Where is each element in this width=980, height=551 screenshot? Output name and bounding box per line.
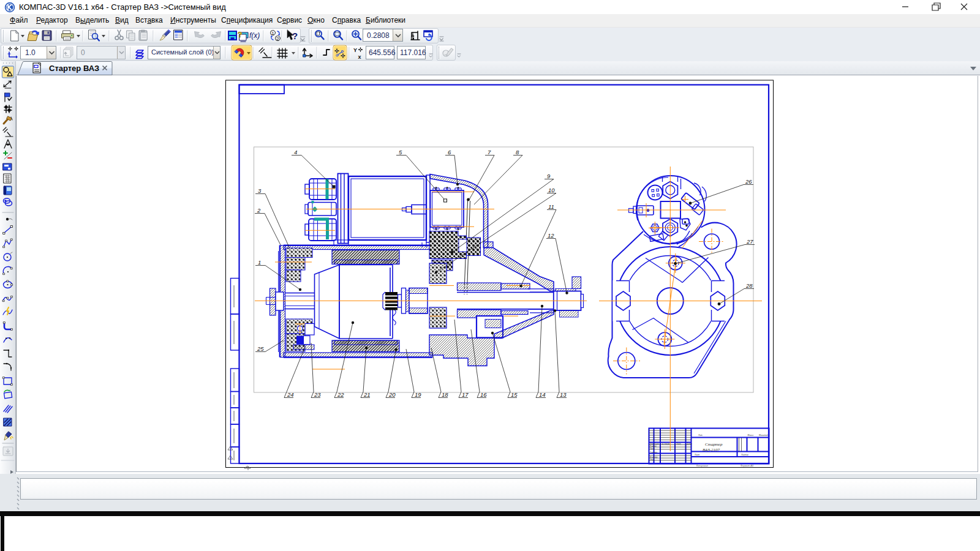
svg-text:14: 14 (539, 391, 546, 398)
svg-text:20: 20 (388, 391, 396, 398)
svg-text:Подп.: Подп. (676, 443, 682, 445)
svg-text:№ докум.: № докум. (662, 443, 670, 445)
svg-text:24: 24 (287, 391, 294, 398)
svg-text:4: 4 (294, 149, 297, 156)
svg-text:13: 13 (560, 391, 567, 398)
svg-text:27: 27 (746, 238, 753, 245)
svg-text:Масштаб: Масштаб (759, 434, 768, 437)
svg-text:23: 23 (314, 391, 321, 398)
svg-text:16: 16 (480, 391, 487, 398)
svg-text:Дата: Дата (686, 443, 692, 445)
svg-text:2: 2 (276, 36, 279, 42)
svg-text:3: 3 (258, 187, 262, 194)
svg-text:ВАЗ-2107: ВАЗ-2107 (703, 448, 720, 452)
svg-text:1: 1 (271, 31, 274, 36)
svg-text:Формат А3: Формат А3 (741, 465, 754, 467)
svg-text:Пров.: Пров. (650, 448, 655, 450)
svg-text:Лит.: Лит. (698, 434, 703, 437)
svg-text:9: 9 (547, 173, 551, 179)
svg-text:2: 2 (257, 207, 261, 214)
svg-text:Y: Y (353, 47, 357, 53)
svg-text:Листов: Листов (741, 454, 748, 456)
svg-text:Копировал: Копировал (696, 465, 709, 467)
svg-text:f(x): f(x) (249, 31, 260, 40)
svg-text:17: 17 (462, 391, 469, 398)
svg-text:Т.контр.: Т.контр. (650, 451, 658, 454)
svg-text:10: 10 (548, 187, 555, 193)
svg-text:6: 6 (448, 149, 451, 156)
svg-text:11: 11 (548, 203, 554, 210)
svg-text:?: ? (292, 31, 298, 41)
svg-text:28: 28 (745, 282, 753, 289)
svg-text:Лист: Лист (694, 454, 700, 456)
svg-text:8: 8 (516, 149, 519, 156)
svg-text:25: 25 (257, 345, 264, 352)
svg-text:?: ? (238, 31, 242, 39)
svg-text:19: 19 (415, 391, 421, 398)
svg-text:1: 1 (258, 259, 261, 266)
svg-text:26: 26 (745, 178, 752, 185)
svg-text:Утв.: Утв. (650, 459, 654, 461)
svg-text:Стартер ВАЗ: Стартер ВАЗ (49, 64, 99, 73)
svg-text:7: 7 (488, 149, 491, 156)
svg-text:Стартер: Стартер (705, 442, 723, 447)
svg-text:5: 5 (399, 149, 402, 156)
svg-text:21: 21 (363, 391, 371, 398)
svg-text:15: 15 (511, 391, 518, 398)
svg-text:x: x (358, 54, 361, 60)
svg-text:22: 22 (337, 391, 344, 398)
svg-text:18: 18 (442, 391, 448, 398)
svg-text:Масса: Масса (748, 434, 754, 437)
svg-text:12: 12 (548, 232, 554, 239)
